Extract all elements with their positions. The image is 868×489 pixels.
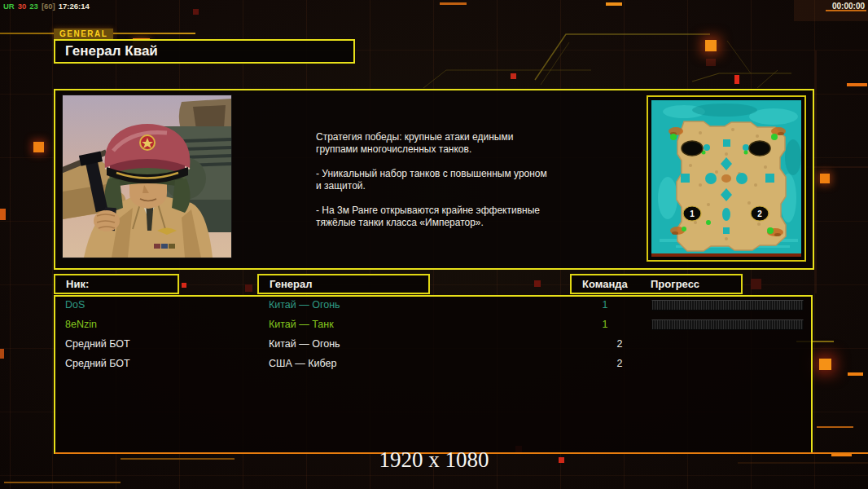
- status-token: 30: [18, 2, 27, 11]
- player-team: 2: [610, 337, 629, 350]
- status-token: 23: [29, 2, 38, 11]
- deco-dash: [817, 426, 853, 428]
- deco-line: [4, 482, 121, 483]
- deco-square: [734, 75, 739, 84]
- page-title: Генерал Квай: [55, 41, 353, 62]
- loading-screen: UR3023[60]17:26:14 00:00:00 GENERAL Гене…: [0, 0, 868, 489]
- player-general: Китай — Огонь: [269, 337, 340, 350]
- status-token: UR: [3, 2, 15, 11]
- player-team: 1: [595, 318, 615, 331]
- player-row: DoS Китай — Огонь 1: [54, 298, 813, 315]
- column-header-nick: Ник:: [54, 274, 179, 294]
- status-clock: 17:26:14: [59, 2, 90, 11]
- deco-square: [534, 280, 541, 287]
- player-general: США — Кибер: [269, 357, 336, 370]
- player-nick: 8eNzin: [65, 318, 97, 331]
- deco-dash: [847, 83, 867, 86]
- map-preview-box: 1 2: [647, 95, 806, 262]
- deco-square: [0, 209, 6, 220]
- player-general: Китай — Танк: [269, 318, 334, 331]
- nick-header-label: Ник:: [66, 275, 89, 293]
- progress-bar: [651, 300, 804, 311]
- deco-square: [33, 142, 44, 152]
- progress-header-label: Прогресс: [651, 275, 699, 293]
- general-title-box: Генерал Квай: [54, 39, 355, 64]
- deco-square: [705, 40, 717, 51]
- deco-dash: [848, 372, 863, 376]
- svg-text:2: 2: [757, 209, 762, 218]
- team-header-label: Команда: [582, 275, 628, 293]
- player-general: Китай — Огонь: [269, 298, 340, 311]
- deco-square: [706, 59, 716, 66]
- column-header-team-progress: Команда Прогресс: [570, 274, 743, 294]
- deco-square: [751, 279, 761, 289]
- general-tab-label: GENERAL: [54, 29, 113, 39]
- player-nick: DoS: [65, 298, 85, 311]
- strategy-description: Стратегия победы: крупные атаки едиными …: [316, 131, 593, 241]
- status-token: [60]: [42, 2, 55, 11]
- timer-underline: [826, 10, 866, 11]
- player-row: 8eNzin Китай — Танк 1: [54, 318, 813, 334]
- description-paragraph: - На 3м Ранге открываются крайне эффекти…: [316, 205, 593, 229]
- player-row: Средний БОТ Китай — Огонь 2: [54, 337, 813, 354]
- deco-square: [193, 9, 199, 15]
- player-team: 1: [595, 298, 615, 311]
- description-paragraph: Стратегия победы: крупные атаки едиными …: [316, 131, 593, 156]
- deco-square: [511, 73, 516, 79]
- column-header-general: Генерал: [257, 274, 430, 294]
- progress-bar: [651, 319, 804, 330]
- description-paragraph: - Уникальный набор танков с повышенным у…: [316, 168, 593, 192]
- general-portrait-image: [63, 95, 231, 258]
- player-nick: Средний БОТ: [65, 337, 130, 350]
- deco-square: [245, 284, 252, 292]
- session-status-text: UR3023[60]17:26:14: [3, 2, 93, 11]
- map-marker-1: 1: [683, 206, 701, 221]
- map-preview-image: 1 2: [651, 100, 801, 257]
- deco-square: [0, 349, 4, 359]
- map-marker-2: 2: [751, 206, 769, 221]
- player-row: Средний БОТ США — Кибер 2: [54, 357, 813, 373]
- general-header-label: Генерал: [270, 275, 312, 293]
- deco-square: [820, 174, 830, 183]
- player-team: 2: [610, 357, 629, 370]
- deco-dash: [606, 2, 622, 6]
- svg-text:1: 1: [690, 209, 695, 218]
- deco-square: [819, 359, 831, 370]
- player-nick: Средний БОТ: [65, 357, 130, 370]
- deco-square: [182, 283, 186, 288]
- resolution-label: 1920 x 1080: [0, 447, 868, 473]
- deco-dash: [440, 2, 467, 5]
